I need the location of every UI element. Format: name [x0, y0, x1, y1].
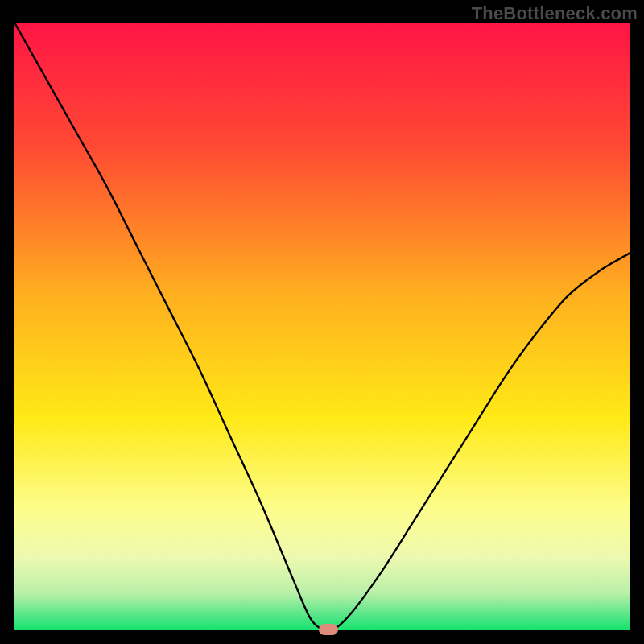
optimal-point-marker [319, 624, 338, 635]
chart-frame: TheBottleneck.com [0, 0, 644, 644]
chart-svg [14, 23, 630, 630]
plot-area [14, 23, 630, 630]
attribution-text: TheBottleneck.com [472, 3, 638, 24]
gradient-background [14, 23, 630, 630]
